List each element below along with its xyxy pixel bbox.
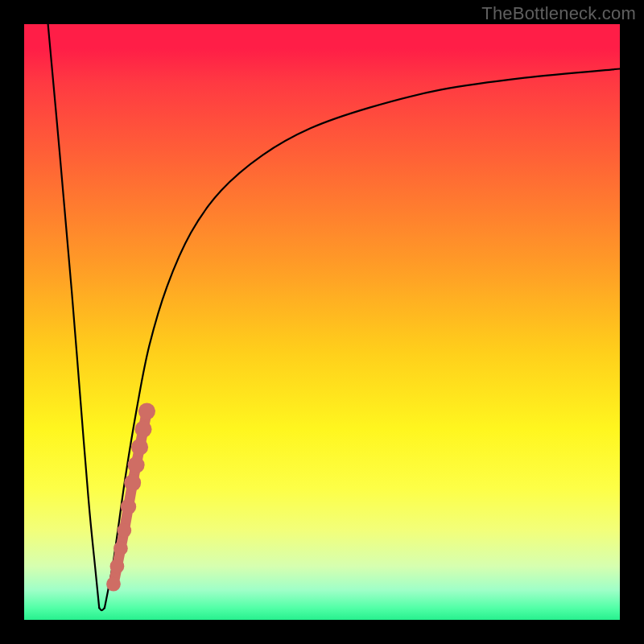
marker-dot xyxy=(114,541,128,555)
marker-dot xyxy=(134,421,151,438)
watermark-text: TheBottleneck.com xyxy=(481,3,636,24)
left-descent-line xyxy=(48,24,100,608)
marker-dot xyxy=(110,559,125,574)
chart-frame: TheBottleneck.com xyxy=(0,0,644,644)
marker-dot xyxy=(121,499,136,514)
marker-dot xyxy=(124,474,141,491)
marker-dot xyxy=(117,523,131,538)
plot-area xyxy=(24,24,620,620)
highlighted-segment xyxy=(106,402,155,591)
chart-svg xyxy=(24,24,620,620)
marker-dot xyxy=(106,577,121,592)
marker-dot xyxy=(131,439,148,456)
marker-dot xyxy=(128,456,145,473)
marker-dot xyxy=(138,402,155,419)
right-ascent-line xyxy=(105,69,620,609)
